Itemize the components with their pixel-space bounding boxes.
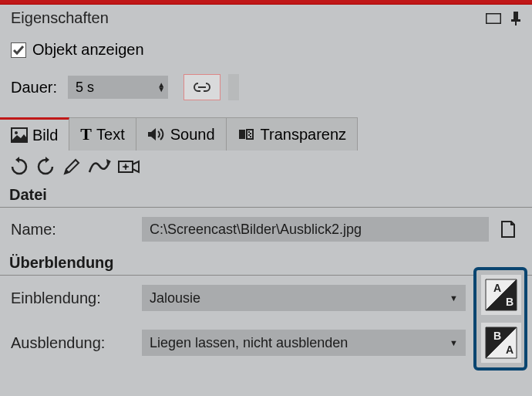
link-button[interactable] xyxy=(184,74,221,100)
file-name-value: C:\Screencast\Bilder\Ausblick2.jpg xyxy=(150,222,362,238)
svg-rect-6 xyxy=(239,130,245,139)
svg-rect-1 xyxy=(513,12,518,19)
image-icon xyxy=(11,127,28,143)
show-object-row: Objekt anzeigen xyxy=(0,33,532,66)
rotate-cw-icon[interactable] xyxy=(35,157,56,177)
tab-label: Text xyxy=(96,126,125,144)
fade-in-label: Einblendung: xyxy=(11,289,142,307)
edit-pencil-icon[interactable] xyxy=(62,157,82,177)
svg-rect-2 xyxy=(511,19,520,22)
duration-stepper[interactable]: 5 s ▲▼ xyxy=(68,76,168,99)
duration-label: Dauer: xyxy=(11,79,57,96)
fade-out-dropdown[interactable]: Liegen lassen, nicht ausblenden ▼ xyxy=(142,330,466,356)
fade-out-value: Liegen lassen, nicht ausblenden xyxy=(150,335,348,351)
panel-title: Eigenschaften xyxy=(11,9,109,27)
transparency-icon xyxy=(237,127,256,142)
tab-bild[interactable]: Bild xyxy=(0,117,69,151)
transition-preset-ba[interactable]: BA xyxy=(481,323,521,363)
svg-rect-8 xyxy=(248,131,250,133)
section-header-ueberblendung: Überblendung xyxy=(0,251,532,276)
tabs: Bild T Text Sound Transparenz xyxy=(0,117,532,151)
tab-transparenz[interactable]: Transparenz xyxy=(227,117,359,151)
fade-out-row: Ausblendung: Liegen lassen, nicht ausble… xyxy=(0,320,532,365)
duration-value: 5 s xyxy=(76,80,94,96)
transition-preset-panel: AB BA xyxy=(473,267,527,371)
rotate-ccw-icon[interactable] xyxy=(9,157,29,177)
fade-out-label: Ausblendung: xyxy=(11,334,142,352)
svg-rect-9 xyxy=(250,133,251,134)
chevron-down-icon: ▼ xyxy=(450,293,458,303)
transition-preset-ab[interactable]: AB xyxy=(481,275,521,315)
svg-rect-0 xyxy=(487,13,501,23)
sound-icon xyxy=(147,127,166,142)
file-name-input[interactable]: C:\Screencast\Bilder\Ausblick2.jpg xyxy=(142,217,489,242)
fade-in-dropdown[interactable]: Jalousie ▼ xyxy=(142,285,466,311)
svg-text:B: B xyxy=(506,296,513,308)
pin-icon[interactable] xyxy=(510,12,521,25)
show-object-label: Objekt anzeigen xyxy=(32,41,144,59)
titlebar: Eigenschaften xyxy=(0,5,532,33)
tab-label: Bild xyxy=(32,127,58,144)
tab-label: Sound xyxy=(170,126,215,144)
svg-text:B: B xyxy=(493,330,501,342)
svg-rect-10 xyxy=(248,134,250,136)
fade-in-value: Jalousie xyxy=(150,290,200,306)
file-name-row: Name: C:\Screencast\Bilder\Ausblick2.jpg xyxy=(0,208,532,251)
svg-text:A: A xyxy=(506,344,513,356)
svg-text:A: A xyxy=(493,282,501,294)
path-curve-icon[interactable] xyxy=(88,157,111,177)
duration-row: Dauer: 5 s ▲▼ xyxy=(0,66,532,108)
tab-text[interactable]: T Text xyxy=(69,117,136,151)
dock-icon[interactable] xyxy=(486,12,501,25)
file-name-label: Name: xyxy=(11,221,142,239)
camera-icon[interactable] xyxy=(117,157,140,177)
stepper-arrows-icon[interactable]: ▲▼ xyxy=(157,83,165,92)
section-header-datei: Datei xyxy=(0,183,532,208)
tab-label: Transparenz xyxy=(261,126,347,144)
fade-in-row: Einblendung: Jalousie ▼ xyxy=(0,276,532,320)
show-object-checkbox[interactable] xyxy=(11,42,26,58)
svg-rect-3 xyxy=(515,22,517,25)
svg-rect-11 xyxy=(250,136,251,137)
svg-point-5 xyxy=(15,131,18,134)
image-toolbar xyxy=(0,151,532,183)
tab-sound[interactable]: Sound xyxy=(136,117,227,151)
text-icon: T xyxy=(80,124,92,144)
browse-button[interactable] xyxy=(495,217,521,242)
link-dropdown[interactable] xyxy=(228,74,239,100)
chevron-down-icon: ▼ xyxy=(450,338,458,347)
